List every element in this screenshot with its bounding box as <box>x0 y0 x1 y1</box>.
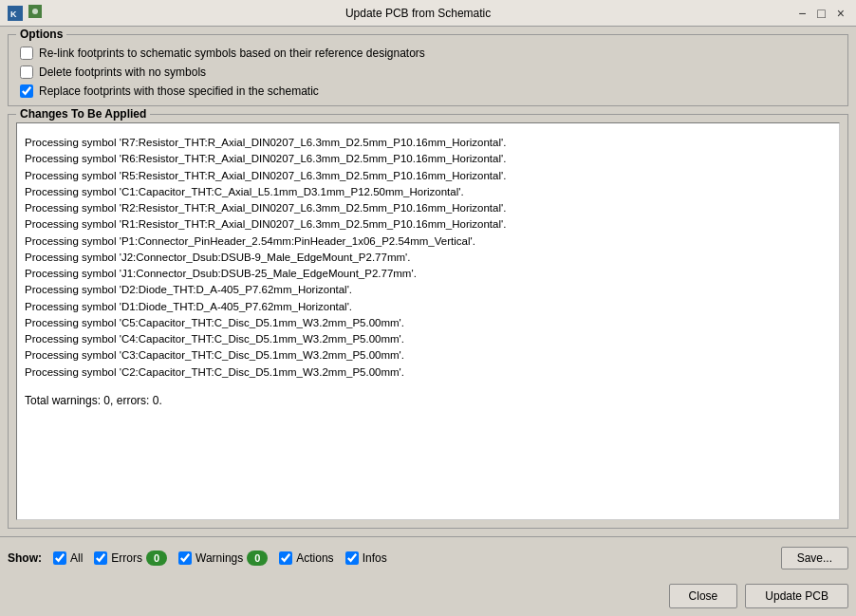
close-button[interactable]: × <box>833 7 848 20</box>
filter-infos: Infos <box>345 551 387 565</box>
log-line: Processing symbol 'J2:Connector_Dsub:DSU… <box>25 250 831 266</box>
filter-warnings: Warnings 0 <box>178 551 268 566</box>
log-line: Processing symbol 'C3:Capacitor_THT:C_Di… <box>25 347 831 364</box>
filter-actions-label: Actions <box>296 551 333 565</box>
log-line: Processing symbol 'D2:Diode_THT:D_A-405_… <box>25 282 831 298</box>
log-line: Processing symbol 'R1:Resistor_THT:R_Axi… <box>25 216 831 233</box>
log-summary: Total warnings: 0, errors: 0. <box>25 392 831 409</box>
options-content: Re-link footprints to schematic symbols … <box>20 43 836 98</box>
option-delete-checkbox[interactable] <box>20 65 33 79</box>
option-relink-label: Re-link footprints to schematic symbols … <box>39 47 425 60</box>
bottom-bar: Show: All Errors 0 Warnings 0 Actions In… <box>0 536 856 578</box>
option-replace-label: Replace footprints with those specified … <box>39 84 319 98</box>
title-bar: K Update PCB from Schematic − □ × <box>0 0 856 27</box>
changes-group: Changes To Be Applied Processing symbol … <box>8 114 848 529</box>
save-button[interactable]: Save... <box>781 547 848 569</box>
show-label: Show: <box>8 551 42 565</box>
filter-all-label: All <box>70 551 83 565</box>
app-icon <box>28 5 42 21</box>
filter-infos-checkbox[interactable] <box>345 551 359 565</box>
title-bar-left: K <box>8 5 42 21</box>
log-line: Processing symbol 'R7:Resistor_THT:R_Axi… <box>25 135 831 151</box>
filter-errors: Errors 0 <box>94 551 167 566</box>
svg-text:K: K <box>10 9 17 19</box>
main-content: Options Re-link footprints to schematic … <box>0 27 856 536</box>
filter-warnings-checkbox[interactable] <box>178 551 192 565</box>
option-replace-checkbox[interactable] <box>20 84 33 98</box>
filter-errors-checkbox[interactable] <box>94 551 107 565</box>
close-button[interactable]: Close <box>669 584 738 608</box>
filter-actions: Actions <box>279 551 333 565</box>
window-title: Update PCB from Schematic <box>42 7 794 20</box>
options-title: Options <box>16 28 66 41</box>
changes-title: Changes To Be Applied <box>16 107 150 121</box>
log-line: Processing symbol 'R5:Resistor_THT:R_Axi… <box>25 168 831 184</box>
minimize-button[interactable]: − <box>794 7 809 20</box>
update-pcb-button[interactable]: Update PCB <box>745 584 848 608</box>
filter-warnings-label: Warnings <box>195 551 243 565</box>
log-area[interactable]: Processing symbol 'R7:Resistor_THT:R_Axi… <box>16 122 840 520</box>
log-line: Processing symbol 'P1:Connector_PinHeade… <box>25 233 831 250</box>
log-line: Processing symbol 'D1:Diode_THT:D_A-405_… <box>25 299 831 315</box>
svg-point-3 <box>32 9 38 14</box>
log-line: Processing symbol 'J1:Connector_Dsub:DSU… <box>25 266 831 282</box>
filter-all: All <box>53 551 83 565</box>
option-replace-row: Replace footprints with those specified … <box>20 84 836 98</box>
footer-buttons: Close Update PCB <box>0 578 856 616</box>
log-line: Processing symbol 'C2:Capacitor_THT:C_Di… <box>25 364 831 381</box>
option-relink-checkbox[interactable] <box>20 47 33 60</box>
warnings-badge: 0 <box>247 551 268 566</box>
title-bar-controls: − □ × <box>794 7 848 20</box>
filter-all-checkbox[interactable] <box>53 551 66 565</box>
app-logo: K <box>8 6 23 21</box>
options-group: Options Re-link footprints to schematic … <box>8 34 848 106</box>
log-line: Processing symbol 'C1:Capacitor_THT:C_Ax… <box>25 184 831 200</box>
log-lines: Processing symbol 'R7:Resistor_THT:R_Axi… <box>25 135 831 381</box>
filter-actions-checkbox[interactable] <box>279 551 292 565</box>
option-delete-label: Delete footprints with no symbols <box>39 65 206 79</box>
errors-badge: 0 <box>146 551 167 566</box>
option-delete-row: Delete footprints with no symbols <box>20 65 836 79</box>
log-line: Processing symbol 'C5:Capacitor_THT:C_Di… <box>25 315 831 331</box>
log-line: Processing symbol 'C4:Capacitor_THT:C_Di… <box>25 331 831 347</box>
filter-infos-label: Infos <box>363 551 387 565</box>
maximize-button[interactable]: □ <box>813 7 828 20</box>
filter-errors-label: Errors <box>111 551 142 565</box>
log-line: Processing symbol 'R2:Resistor_THT:R_Axi… <box>25 200 831 216</box>
option-relink-row: Re-link footprints to schematic symbols … <box>20 47 836 60</box>
log-line: Processing symbol 'R6:Resistor_THT:R_Axi… <box>25 151 831 167</box>
